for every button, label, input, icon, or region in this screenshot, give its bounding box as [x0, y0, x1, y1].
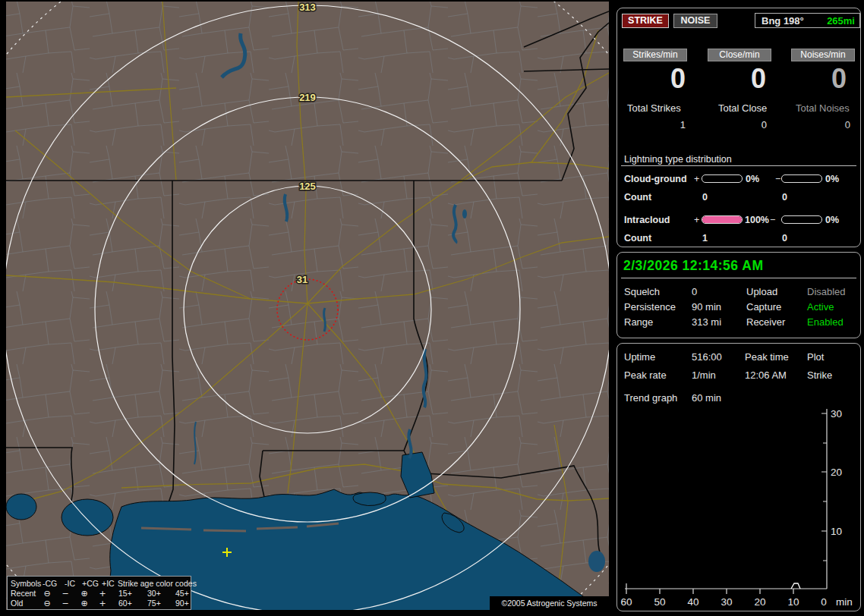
- strike-mode-button[interactable]: STRIKE: [622, 14, 669, 28]
- x-tick-20: 20: [754, 596, 765, 608]
- distribution-title: Lightning type distribution: [624, 154, 732, 165]
- noises-per-min-value: 0: [778, 64, 847, 93]
- date-time-display: 2/3/2026 12:14:56 AM: [623, 258, 763, 274]
- age-60: 60+: [118, 599, 132, 608]
- ring-label-219: 219: [299, 92, 316, 103]
- strike-statistics-panel: STRIKE NOISE Bng 198° 265mi Strikes/min …: [616, 8, 861, 247]
- intracloud-label: Intracloud: [624, 215, 670, 225]
- squelch-label: Squelch: [624, 286, 660, 297]
- total-close-label: Total Close: [718, 102, 767, 114]
- cg-negative-count: 0: [782, 192, 787, 203]
- bearing-distance: 265mi: [827, 15, 855, 27]
- x-axis-unit: min: [836, 596, 853, 608]
- neg-cg-old-icon: ⊖: [41, 599, 53, 608]
- ring-label-31: 31: [297, 274, 307, 285]
- range-rings: [6, 2, 609, 610]
- mobile-bay: [401, 452, 434, 498]
- map-canvas: 313 219 125 31: [6, 2, 609, 610]
- ic-count-label: Count: [624, 233, 651, 244]
- legend-row-old-label: Old: [11, 599, 23, 608]
- plus-sign: +: [694, 174, 699, 184]
- trend-graph-label: Trend graph: [624, 392, 677, 404]
- y-tick-10: 10: [831, 526, 842, 537]
- noise-mode-button[interactable]: NOISE: [673, 14, 717, 28]
- ic-negative-pct: 0%: [825, 215, 839, 225]
- strike-rate-trace: [791, 583, 800, 589]
- minus-sign: −: [775, 174, 780, 184]
- age-45: 45+: [175, 589, 189, 599]
- legend-row-recent-label: Recent: [11, 589, 36, 599]
- total-noises-value: 0: [782, 119, 850, 130]
- upload-status: Disabled: [807, 286, 846, 297]
- legend-header-neg-ic: -IC: [65, 579, 75, 589]
- x-tick-40: 40: [687, 596, 698, 608]
- chip-close-per-min: Close/min: [708, 49, 771, 61]
- rivers-lakes: [194, 33, 605, 572]
- intracloud-strike-marker: [222, 548, 232, 557]
- county-boundaries: [6, 2, 609, 610]
- persistence-label: Persistence: [624, 301, 676, 313]
- age-90: 90+: [175, 599, 189, 608]
- y-tick-20: 20: [831, 467, 842, 478]
- x-tick-50: 50: [654, 596, 665, 608]
- total-strikes-label: Total Strikes: [627, 102, 681, 114]
- cg-negative-pct: 0%: [825, 174, 839, 184]
- cg-positive-count: 0: [702, 192, 708, 203]
- legend-header-pos-cg: +CG: [82, 579, 99, 589]
- capture-label: Capture: [746, 301, 781, 313]
- chip-noises-per-min: Noises/min: [791, 49, 855, 61]
- total-close-value: 0: [698, 119, 767, 130]
- state-borders: [6, 11, 609, 552]
- distribution-divider: [621, 165, 856, 166]
- bearing-value: Bng 198°: [762, 15, 804, 27]
- y-tick-30: 30: [831, 408, 842, 420]
- squelch-value: 0: [692, 286, 697, 297]
- neg-ic-recent-icon: −: [59, 589, 71, 599]
- bearing-readout: Bng 198° 265mi: [755, 13, 860, 28]
- trend-window-value: 60 min: [692, 392, 721, 404]
- legend-age-header: Strike age color codes: [118, 579, 197, 589]
- ic-positive-count: 1: [702, 233, 708, 244]
- peak-time-value: 12:06 AM: [745, 369, 787, 381]
- ic-negative-count: 0: [782, 233, 787, 244]
- cg-positive-pct: 0%: [746, 174, 759, 184]
- peak-rate-label: Peak rate: [624, 369, 667, 381]
- cg-negative-bar: [781, 174, 822, 183]
- capture-status: Active: [807, 301, 834, 313]
- pos-cg-recent-icon: ⊕: [78, 589, 90, 599]
- road-network: [6, 2, 609, 592]
- uptime-value: 516:00: [692, 351, 722, 363]
- x-tick-30: 30: [721, 596, 732, 608]
- age-15: 15+: [118, 589, 132, 599]
- ring-label-313: 313: [299, 2, 316, 13]
- total-strikes-value: 1: [617, 119, 686, 130]
- plot-label: Plot: [807, 351, 824, 363]
- ic-positive-pct: 100%: [745, 215, 769, 225]
- pos-ic-recent-icon: +: [96, 589, 109, 599]
- age-75: 75+: [147, 599, 161, 608]
- range-label: Range: [624, 316, 653, 328]
- pos-ic-old-icon: +: [96, 599, 109, 608]
- legend-header-pos-ic: +IC: [102, 579, 115, 589]
- close-per-min-value: 0: [698, 64, 766, 93]
- ic-positive-bar-fill: [702, 216, 742, 223]
- session-trend-panel: Uptime 516:00 Peak time Plot Peak rate 1…: [616, 343, 861, 611]
- peak-rate-value: 1/min: [692, 369, 716, 381]
- plus-sign: +: [694, 215, 699, 225]
- plot-mode-value: Strike: [807, 369, 832, 381]
- legend-header-symbols: Symbols: [11, 579, 41, 589]
- uptime-label: Uptime: [624, 351, 655, 363]
- total-noises-label: Total Noises: [796, 102, 850, 114]
- lightning-map[interactable]: 313 219 125 31: [6, 2, 609, 610]
- lake-pontchartrain: [61, 499, 113, 536]
- legend-header-neg-cg: -CG: [43, 579, 57, 589]
- minus-sign: −: [770, 215, 775, 225]
- x-tick-60: 60: [620, 596, 632, 608]
- peak-time-label: Peak time: [745, 351, 789, 363]
- persistence-value: 90 min: [692, 301, 721, 313]
- cg-positive-bar: [702, 174, 743, 183]
- age-30: 30+: [147, 589, 161, 599]
- receiver-label: Receiver: [746, 316, 785, 328]
- receiver-status: Enabled: [807, 316, 844, 328]
- pos-cg-old-icon: ⊕: [78, 599, 90, 608]
